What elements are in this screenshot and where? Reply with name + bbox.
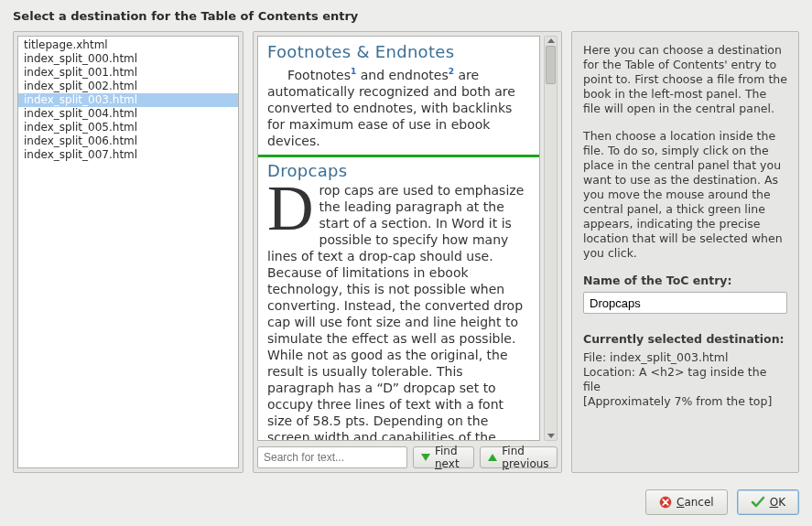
file-row[interactable]: index_split_007.html (18, 148, 238, 162)
find-previous-button[interactable]: Find previous (480, 446, 558, 468)
file-row[interactable]: index_split_006.html (18, 134, 238, 148)
preview-content[interactable]: Footnotes & Endnotes Footnotes1 and endn… (257, 36, 540, 441)
help-panel: Here you can choose a destination for th… (571, 31, 799, 473)
preview-scrollbar[interactable] (544, 36, 558, 441)
file-row[interactable]: index_split_002.html (18, 80, 238, 93)
dialog-button-bar: Cancel OK (645, 489, 799, 515)
insertion-indicator (258, 155, 539, 157)
scroll-thumb[interactable] (546, 46, 556, 84)
cancel-button[interactable]: Cancel (645, 489, 728, 515)
heading-dropcaps: Dropcaps (267, 161, 530, 180)
find-next-label: Find next (435, 445, 466, 470)
scroll-up-icon[interactable] (547, 38, 555, 43)
file-row[interactable]: titlepage.xhtml (18, 38, 238, 52)
toc-name-input[interactable] (583, 292, 787, 314)
search-input[interactable] (257, 446, 407, 468)
ok-button[interactable]: OK (737, 489, 799, 515)
heading-footnotes: Footnotes & Endnotes (267, 42, 530, 61)
main-area: titlepage.xhtmlindex_split_000.htmlindex… (13, 31, 799, 473)
search-row: Find next Find previous (257, 446, 558, 468)
destination-location: Location: A <h2> tag inside the file (583, 365, 787, 394)
paragraph-footnotes: Footnotes1 and endnotes2 are automatical… (267, 63, 530, 149)
ok-label: OK (770, 496, 785, 509)
paragraph-dropcaps: Drop caps are used to emphasize the lead… (267, 182, 530, 441)
scroll-down-icon[interactable] (547, 434, 555, 438)
cancel-label: Cancel (677, 496, 714, 509)
preview-panel: Footnotes & Endnotes Footnotes1 and endn… (253, 31, 562, 473)
triangle-up-icon (488, 454, 497, 461)
help-paragraph-2: Then choose a location inside the file. … (583, 129, 787, 261)
cancel-icon (659, 496, 672, 509)
destination-approx: [Approximately 7% from the top] (583, 394, 787, 409)
ok-icon (751, 496, 765, 509)
file-row[interactable]: index_split_000.html (18, 52, 238, 66)
file-row[interactable]: index_split_001.html (18, 66, 238, 80)
dialog-title: Select a destination for the Table of Co… (0, 0, 812, 28)
find-next-button[interactable]: Find next (413, 446, 474, 468)
file-row[interactable]: index_split_003.html (18, 93, 238, 107)
dropcap-letter: D (267, 182, 319, 235)
find-previous-label: Find previous (502, 445, 549, 470)
toc-name-label: Name of the ToC entry: (583, 274, 787, 288)
destination-block: Currently selected destination: File: in… (583, 332, 787, 409)
file-list-panel: titlepage.xhtmlindex_split_000.htmlindex… (13, 31, 244, 473)
help-paragraph-1: Here you can choose a destination for th… (583, 43, 787, 116)
file-row[interactable]: index_split_005.html (18, 121, 238, 134)
destination-file: File: index_split_003.html (583, 350, 787, 365)
destination-label: Currently selected destination: (583, 332, 787, 347)
file-list[interactable]: titlepage.xhtmlindex_split_000.htmlindex… (17, 36, 239, 468)
triangle-down-icon (421, 454, 430, 461)
file-row[interactable]: index_split_004.html (18, 107, 238, 121)
